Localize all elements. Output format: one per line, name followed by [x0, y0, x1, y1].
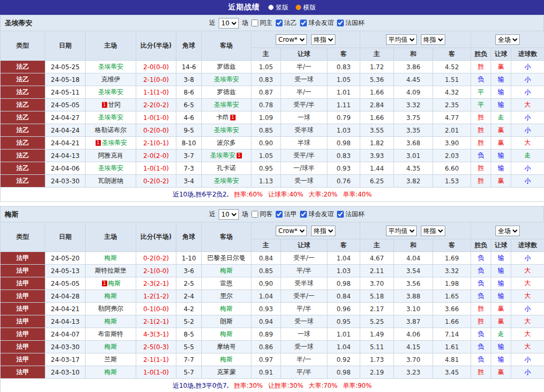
home-team-link[interactable]: 梅斯 [108, 279, 121, 287]
home-team-link[interactable]: 圣埃蒂安 [98, 114, 124, 121]
league-tag[interactable]: 法甲 [1, 328, 45, 341]
match-count-select[interactable]: 10 [219, 18, 239, 29]
europe-average-select[interactable]: 平均值 [386, 34, 417, 45]
ligue1-checkbox[interactable] [276, 211, 283, 218]
league-tag[interactable]: 法乙 [1, 150, 45, 162]
away-team-link[interactable]: 克莱蒙 [217, 368, 236, 376]
scope-select[interactable]: 全场 [495, 226, 520, 236]
away-team-link[interactable]: 卡昂 [217, 114, 229, 121]
europe-stage-select[interactable]: 终指 [421, 34, 445, 45]
league-tag[interactable]: 法甲 [1, 353, 45, 366]
league-tag[interactable]: 法甲 [1, 252, 45, 265]
league-tag[interactable]: 法甲 [1, 366, 45, 379]
league-tag[interactable]: 法甲 [1, 315, 45, 328]
checkbox-coupe-de-france[interactable]: 法国杯 [337, 210, 364, 219]
away-team-link[interactable]: 圣埃蒂安 [210, 152, 236, 159]
away-team-link[interactable]: 圣埃蒂安 [214, 177, 239, 184]
away-team-link[interactable]: 梅斯 [220, 267, 233, 274]
club-friendly-checkbox[interactable] [300, 211, 307, 218]
asia-stage-select[interactable]: 终指 [311, 34, 335, 45]
checkbox-club-friendly[interactable]: 球会友谊 [300, 18, 334, 27]
match-row: 法乙24-04-06圣埃蒂安1-0(1-0)7-3孔卡诺0.95一/球半0.93… [1, 162, 544, 175]
cell-date: 24-03-30 [45, 175, 86, 188]
checkbox-coupe-de-france[interactable]: 法国杯 [337, 18, 364, 27]
home-team-link[interactable]: 克维伊 [101, 76, 120, 83]
league-tag[interactable]: 法甲 [1, 277, 45, 290]
home-team-link[interactable]: 斯特拉斯堡 [95, 267, 127, 274]
away-team-link[interactable]: 摩纳哥 [217, 343, 236, 350]
league-tag[interactable]: 法甲 [1, 303, 45, 315]
away-team-link[interactable]: 梅斯 [220, 330, 233, 338]
cell-asia-handicap: 受半球 [281, 277, 327, 290]
bookmaker-select[interactable]: Crow* [276, 34, 307, 45]
section-header: 圣埃蒂安 近 10 场 同主 法乙 球会友谊 法国杯 [0, 15, 544, 31]
league-tag[interactable]: 法乙 [1, 162, 45, 175]
league-tag[interactable]: 法甲 [1, 265, 45, 277]
home-team-link[interactable]: 梅斯 [105, 368, 117, 376]
away-team-link[interactable]: 罗德兹 [217, 63, 236, 70]
checkbox-club-friendly[interactable]: 球会友谊 [300, 210, 334, 219]
checkbox-ligue1[interactable]: 法甲 [276, 210, 297, 219]
same-away-checkbox[interactable] [251, 211, 258, 218]
league-tag[interactable]: 法乙 [1, 137, 45, 150]
league-tag[interactable]: 法甲 [1, 290, 45, 303]
europe-stage-select[interactable]: 终指 [421, 226, 445, 236]
away-team-link[interactable]: 圣埃蒂安 [214, 126, 239, 134]
away-team-link[interactable]: 雷恩 [220, 279, 233, 287]
home-team-link[interactable]: 兰斯 [105, 356, 117, 363]
asia-stage-select[interactable]: 终指 [311, 226, 335, 236]
away-team-link[interactable]: 圣埃蒂安 [214, 76, 239, 83]
ligue2-checkbox[interactable] [276, 20, 283, 26]
cell-result-goals: 大 [511, 137, 544, 150]
away-team-link[interactable]: 巴黎圣日尔曼 [208, 254, 246, 262]
col-header-date: 日期 [45, 31, 86, 61]
europe-average-select[interactable]: 平均值 [386, 226, 417, 236]
cell-asia-handicap: 一/球半 [281, 162, 327, 175]
away-team-link[interactable]: 里尔 [220, 292, 233, 300]
away-team-link[interactable]: 梅斯 [220, 356, 233, 363]
home-team-link[interactable]: 勒阿弗尔 [98, 305, 124, 312]
checkbox-same-away[interactable]: 同客 [251, 210, 273, 219]
cell-asia-away-odds: 0.76 [327, 175, 360, 188]
scope-select[interactable]: 全场 [495, 34, 520, 45]
away-team-link[interactable]: 波尔多 [217, 139, 236, 146]
away-team-link[interactable]: 圣埃蒂安 [214, 101, 239, 108]
match-count-select[interactable]: 10 [219, 209, 239, 220]
away-team-link[interactable]: 朗斯 [220, 318, 233, 325]
home-team-link[interactable]: 甘冈 [108, 101, 121, 108]
home-team-link[interactable]: 瓦朗谢纳 [98, 177, 124, 184]
home-team-link[interactable]: 圣埃蒂安 [98, 63, 124, 70]
coupe-de-france-checkbox[interactable] [337, 211, 344, 218]
league-tag[interactable]: 法乙 [1, 175, 45, 188]
home-team-link[interactable]: 圣埃蒂安 [98, 164, 124, 172]
home-team-link[interactable]: 梅斯 [105, 318, 117, 325]
home-team-link[interactable]: 布雷斯特 [98, 330, 124, 338]
league-tag[interactable]: 法乙 [1, 124, 45, 137]
league-tag[interactable]: 法乙 [1, 99, 45, 111]
home-team-link[interactable]: 圣埃蒂安 [98, 88, 124, 96]
home-team-link[interactable]: 梅斯 [105, 292, 117, 300]
home-team-link[interactable]: 阿雅克肖 [98, 152, 124, 159]
home-team-link[interactable]: 梅斯 [105, 254, 117, 262]
checkbox-ligue2[interactable]: 法乙 [276, 18, 297, 27]
cell-asia-away-odds: 1.04 [327, 341, 360, 353]
league-tag[interactable]: 法甲 [1, 341, 45, 353]
layout-option-active[interactable]: 横版 [296, 3, 316, 12]
home-team-link[interactable]: 梅斯 [105, 343, 117, 350]
club-friendly-checkbox[interactable] [300, 20, 307, 26]
league-tag[interactable]: 法乙 [1, 86, 45, 99]
checkbox-same-home[interactable]: 同主 [251, 18, 273, 27]
away-team-link[interactable]: 罗德兹 [217, 88, 236, 96]
bookmaker-select[interactable]: Crow* [276, 226, 307, 236]
home-team-link[interactable]: 格勒诺布尔 [95, 126, 127, 134]
away-team-link[interactable]: 孔卡诺 [217, 164, 236, 172]
coupe-de-france-checkbox[interactable] [337, 20, 344, 26]
layout-option-inactive[interactable]: 竖版 [268, 3, 288, 12]
league-tag[interactable]: 法乙 [1, 61, 45, 73]
same-home-checkbox[interactable] [251, 20, 258, 26]
league-tag[interactable]: 法乙 [1, 73, 45, 86]
away-team-link[interactable]: 梅斯 [220, 305, 233, 312]
league-tag[interactable]: 法乙 [1, 111, 45, 124]
home-team-link[interactable]: 圣埃蒂安 [102, 139, 127, 146]
cell-asia-handicap: 平/半 [281, 366, 327, 379]
